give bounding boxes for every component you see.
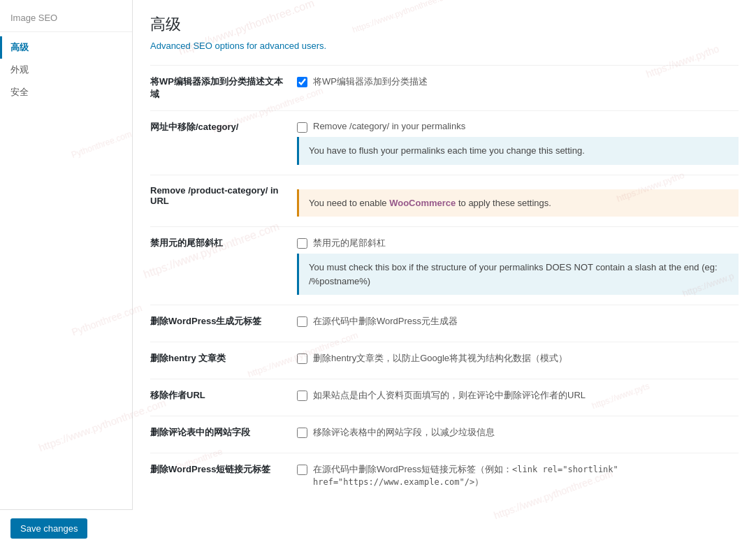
sidebar-item-security-label: 安全 (10, 86, 29, 99)
sidebar-item-advanced-label: 高级 (10, 41, 29, 54)
checkbox-label-trailing-slash: 禁用元的尾部斜杠 (313, 237, 386, 249)
sidebar: Image SEO 高级 外观 安全 Save changes (0, 0, 133, 547)
save-button[interactable]: Save changes (10, 518, 87, 539)
checkbox-remove-hentry[interactable] (297, 353, 307, 364)
checkbox-label-remove-hentry: 删除hentry文章类，以防止Google将其视为结构化数据（模式） (313, 352, 567, 365)
checkbox-remove-shortlink[interactable] (297, 465, 307, 475)
checkbox-label-remove-website-field: 移除评论表格中的网站字段，以减少垃圾信息 (313, 426, 495, 439)
info-box-trailing-slash: You must check this box if the structure… (297, 254, 739, 295)
page-subtitle: Advanced SEO options for advanced users. (150, 41, 739, 51)
label-remove-shortlink: 删除WordPress短链接元标签 (150, 453, 297, 503)
info-box-remove-product-category: You need to enable WooCommerce to apply … (297, 189, 739, 217)
main-content: 高级 Advanced SEO options for advanced use… (133, 0, 756, 547)
table-row: 删除WordPress短链接元标签 在源代码中删除WordPress短链接元标签… (150, 453, 739, 503)
table-row: 网址中移除/category/ Remove /category/ in you… (150, 111, 739, 175)
checkbox-label-wp-editor: 将WP编辑器添加到分类描述 (313, 75, 428, 88)
woocommerce-link: WooCommerce (389, 198, 456, 208)
checkbox-remove-category[interactable] (297, 122, 307, 133)
info-text-part2: to apply these settings. (456, 198, 551, 208)
checkbox-remove-author-url[interactable] (297, 391, 307, 401)
checkbox-wp-editor[interactable] (297, 77, 307, 87)
checkbox-row-remove-category: Remove /category/ in your permalinks (297, 121, 739, 133)
control-remove-category: Remove /category/ in your permalinks You… (297, 111, 739, 175)
table-row: 将WP编辑器添加到分类描述文本域 将WP编辑器添加到分类描述 (150, 66, 739, 111)
sidebar-item-security[interactable]: 安全 (0, 81, 132, 103)
table-row: 移除作者URL 如果站点是由个人资料页面填写的，则在评论中删除评论作者的URL (150, 379, 739, 416)
label-remove-category: 网址中移除/category/ (150, 111, 297, 175)
label-remove-hentry: 删除hentry 文章类 (150, 342, 297, 379)
checkbox-label-remove-shortlink: 在源代码中删除WordPress短链接元标签（例如：<link rel="sho… (313, 463, 739, 488)
checkbox-row-wp-editor: 将WP编辑器添加到分类描述 (297, 75, 739, 88)
control-remove-author-url: 如果站点是由个人资料页面填写的，则在评论中删除评论作者的URL (297, 379, 739, 416)
control-remove-generator: 在源代码中删除WordPress元生成器 (297, 305, 739, 342)
sidebar-item-appearance[interactable]: 外观 (0, 59, 132, 81)
control-remove-product-category: You need to enable WooCommerce to apply … (297, 175, 739, 227)
checkbox-remove-website-field[interactable] (297, 428, 307, 438)
info-text-part1: You need to enable (309, 198, 389, 208)
settings-table: 将WP编辑器添加到分类描述文本域 将WP编辑器添加到分类描述 网址中移除/cat… (150, 65, 739, 502)
label-wp-editor: 将WP编辑器添加到分类描述文本域 (150, 66, 297, 111)
checkbox-label-remove-generator: 在源代码中删除WordPress元生成器 (313, 315, 458, 328)
control-remove-shortlink: 在源代码中删除WordPress短链接元标签（例如：<link rel="sho… (297, 453, 739, 503)
label-remove-product-category: Remove /product-category/ in URL (150, 175, 297, 227)
table-row: 删除评论表中的网站字段 移除评论表格中的网站字段，以减少垃圾信息 (150, 416, 739, 453)
table-row: 禁用元的尾部斜杠 禁用元的尾部斜杠 You must check this bo… (150, 227, 739, 305)
sidebar-logo: Image SEO (0, 7, 132, 32)
checkbox-row-remove-shortlink: 在源代码中删除WordPress短链接元标签（例如：<link rel="sho… (297, 463, 739, 488)
checkbox-row-remove-author-url: 如果站点是由个人资料页面填写的，则在评论中删除评论作者的URL (297, 389, 739, 402)
sidebar-item-appearance-label: 外观 (10, 64, 29, 76)
checkbox-row-remove-hentry: 删除hentry文章类，以防止Google将其视为结构化数据（模式） (297, 352, 739, 365)
control-remove-website-field: 移除评论表格中的网站字段，以减少垃圾信息 (297, 416, 739, 453)
sidebar-item-advanced[interactable]: 高级 (0, 36, 132, 59)
checkbox-label-remove-category: Remove /category/ in your permalinks (313, 121, 465, 131)
checkbox-trailing-slash[interactable] (297, 238, 307, 249)
control-trailing-slash: 禁用元的尾部斜杠 You must check this box if the … (297, 227, 739, 305)
control-wp-editor: 将WP编辑器添加到分类描述 (297, 66, 739, 111)
table-row: 删除hentry 文章类 删除hentry文章类，以防止Google将其视为结构… (150, 342, 739, 379)
info-box-remove-category: You have to flush your permalinks each t… (297, 137, 739, 165)
checkbox-row-remove-generator: 在源代码中删除WordPress元生成器 (297, 315, 739, 328)
table-row: 删除WordPress生成元标签 在源代码中删除WordPress元生成器 (150, 305, 739, 342)
label-remove-author-url: 移除作者URL (150, 379, 297, 416)
label-remove-generator: 删除WordPress生成元标签 (150, 305, 297, 342)
checkbox-row-remove-website-field: 移除评论表格中的网站字段，以减少垃圾信息 (297, 426, 739, 439)
checkbox-remove-generator[interactable] (297, 316, 307, 327)
save-bar: Save changes (0, 509, 133, 547)
table-row: Remove /product-category/ in URL You nee… (150, 175, 739, 227)
page-title: 高级 (150, 14, 739, 35)
checkbox-label-remove-author-url: 如果站点是由个人资料页面填写的，则在评论中删除评论作者的URL (313, 389, 586, 402)
label-remove-website-field: 删除评论表中的网站字段 (150, 416, 297, 453)
control-remove-hentry: 删除hentry文章类，以防止Google将其视为结构化数据（模式） (297, 342, 739, 379)
checkbox-row-trailing-slash: 禁用元的尾部斜杠 (297, 237, 739, 249)
label-trailing-slash: 禁用元的尾部斜杠 (150, 227, 297, 305)
